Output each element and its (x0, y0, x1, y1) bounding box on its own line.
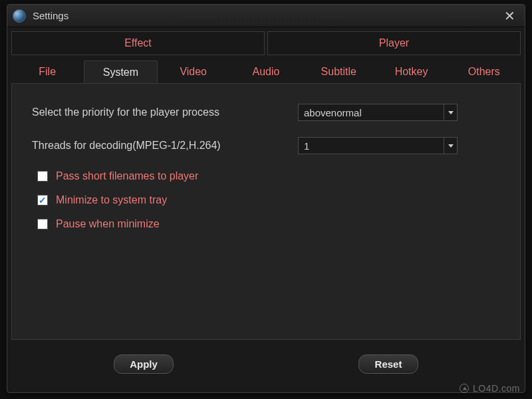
priority-select[interactable]: abovenormal (298, 104, 458, 121)
priority-label: Select the priority for the player proce… (32, 106, 298, 118)
button-row: Apply Reset (7, 344, 525, 374)
settings-window: Settings ✕ Effect Player File System Vid… (7, 4, 525, 393)
threads-label: Threads for decoding(MPEG-1/2,H.264) (32, 140, 298, 152)
subtab-others[interactable]: Others (448, 61, 521, 83)
row-priority: Select the priority for the player proce… (32, 104, 500, 121)
apply-button[interactable]: Apply (114, 354, 174, 374)
label-pass-short-filenames[interactable]: Pass short filenames to player (56, 170, 198, 182)
window-title: Settings (33, 10, 500, 21)
subtab-file[interactable]: File (11, 61, 84, 83)
titlebar[interactable]: Settings ✕ (7, 5, 525, 27)
subtab-subtitle[interactable]: Subtitle (303, 61, 375, 83)
checkbox-minimize-tray[interactable]: ✓ (37, 195, 48, 205)
watermark: LO4D.com (460, 383, 520, 394)
main-tab-bar: Effect Player (11, 31, 521, 55)
checkbox-pass-short-filenames[interactable] (37, 171, 48, 182)
subtab-hotkey[interactable]: Hotkey (375, 61, 448, 83)
app-icon (13, 9, 26, 23)
threads-value: 1 (304, 140, 309, 152)
watermark-text: LO4D.com (473, 383, 520, 394)
label-minimize-tray[interactable]: Minimize to system tray (56, 194, 167, 206)
label-pause-minimize[interactable]: Pause when minimize (56, 218, 160, 230)
subtab-system[interactable]: System (84, 61, 157, 83)
chevron-down-icon (444, 138, 457, 154)
row-pause-minimize: Pause when minimize (37, 218, 500, 230)
settings-panel: Select the priority for the player proce… (11, 83, 521, 340)
tab-effect[interactable]: Effect (11, 31, 265, 55)
close-icon[interactable]: ✕ (500, 7, 519, 25)
row-threads: Threads for decoding(MPEG-1/2,H.264) 1 (32, 137, 500, 154)
subtab-video[interactable]: Video (158, 61, 230, 83)
tab-player[interactable]: Player (267, 31, 521, 55)
chevron-down-icon (444, 104, 457, 120)
subtab-audio[interactable]: Audio (230, 61, 303, 83)
watermark-icon (460, 384, 469, 393)
priority-value: abovenormal (304, 107, 362, 118)
threads-select[interactable]: 1 (298, 137, 458, 154)
checkbox-pause-minimize[interactable] (37, 219, 48, 229)
row-pass-short-filenames: Pass short filenames to player (37, 170, 500, 182)
row-minimize-tray: ✓ Minimize to system tray (37, 194, 500, 206)
check-icon: ✓ (39, 196, 47, 205)
sub-tab-bar: File System Video Audio Subtitle Hotkey … (11, 61, 521, 83)
reset-button[interactable]: Reset (358, 354, 418, 374)
